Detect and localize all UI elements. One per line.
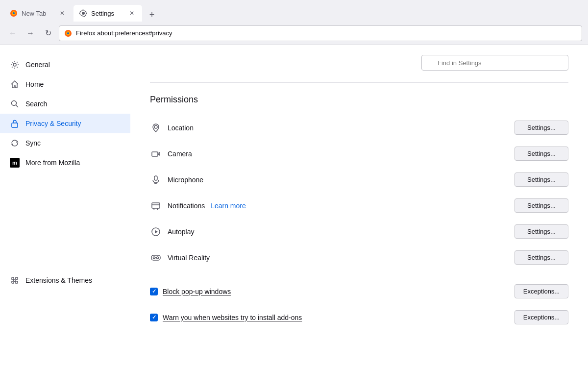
notifications-learn-more[interactable]: Learn more (211, 202, 246, 210)
back-button[interactable]: ← (6, 26, 20, 40)
find-settings-wrapper: 🔍 (150, 55, 568, 71)
sync-icon (10, 138, 20, 148)
svg-rect-8 (12, 123, 18, 127)
tab-close-new-tab[interactable]: ✕ (58, 9, 67, 18)
virtual-reality-settings-button[interactable]: Settings... (514, 250, 568, 265)
svg-rect-11 (154, 176, 157, 180)
virtual-reality-label: Virtual Reality (168, 254, 514, 262)
block-popups-label: Block pop-up windows (163, 288, 510, 295)
warn-addons-checkbox[interactable] (150, 314, 158, 321)
permission-row-autoplay: Autoplay Settings... (150, 219, 568, 245)
sidebar-label-general: General (25, 61, 50, 69)
sidebar-label-home: Home (25, 80, 44, 88)
permission-row-notifications: Notifications Learn more Settings... (150, 193, 568, 219)
svg-point-9 (154, 125, 157, 128)
microphone-label: Microphone (168, 176, 514, 184)
forward-button[interactable]: → (24, 26, 37, 40)
tab-new-tab[interactable]: New Tab ✕ (4, 5, 73, 22)
tab-settings[interactable]: Settings ✕ (74, 5, 142, 22)
sidebar-label-search: Search (25, 100, 47, 108)
warn-addons-exceptions-button[interactable]: Exceptions... (514, 310, 568, 324)
url-text: Firefox about:preferences#privacy (76, 29, 172, 37)
sidebar-label-sync: Sync (25, 139, 41, 147)
sidebar-item-home[interactable]: Home (0, 74, 130, 94)
main-content: 🔍 Permissions Location Settings... (130, 45, 588, 392)
tab-favicon-new-tab (10, 9, 18, 17)
checkbox-row-warn-addons: Warn you when websites try to install ad… (150, 304, 568, 330)
svg-point-17 (153, 257, 155, 259)
notifications-label: Notifications Learn more (168, 202, 514, 210)
sidebar-item-privacy[interactable]: Privacy & Security (0, 114, 130, 133)
camera-label: Camera (168, 150, 514, 158)
new-tab-button[interactable]: + (145, 8, 159, 22)
sidebar-label-privacy: Privacy & Security (25, 120, 81, 127)
autoplay-icon (150, 226, 162, 238)
sidebar-label-mozilla: More from Mozilla (25, 159, 80, 167)
notifications-settings-button[interactable]: Settings... (514, 198, 568, 213)
url-favicon (64, 29, 72, 37)
home-icon (10, 79, 20, 89)
permission-row-microphone: Microphone Settings... (150, 167, 568, 193)
lock-icon (10, 119, 20, 128)
general-icon (10, 60, 20, 70)
autoplay-label: Autoplay (168, 228, 514, 236)
autoplay-settings-button[interactable]: Settings... (514, 224, 568, 239)
warn-addons-label: Warn you when websites try to install ad… (163, 314, 510, 321)
notifications-icon (150, 200, 162, 212)
svg-point-5 (67, 32, 69, 34)
tab-title-new-tab: New Tab (22, 10, 54, 17)
browser-chrome: New Tab ✕ Settings ✕ + ← → ↻ F (0, 0, 588, 45)
mozilla-icon: m (10, 158, 20, 168)
sidebar: General Home Search (0, 45, 130, 392)
camera-icon (150, 148, 162, 160)
location-icon (150, 122, 162, 134)
svg-point-2 (13, 12, 15, 14)
permission-row-camera: Camera Settings... (150, 141, 568, 167)
permissions-list: Location Settings... Camera Settings... (150, 115, 568, 270)
find-input-container: 🔍 (421, 55, 568, 71)
block-popups-exceptions-button[interactable]: Exceptions... (514, 284, 568, 298)
location-label: Location (168, 124, 514, 132)
svg-point-18 (157, 257, 159, 259)
url-bar[interactable]: Firefox about:preferences#privacy (59, 25, 582, 41)
tab-bar: New Tab ✕ Settings ✕ + (0, 0, 588, 22)
svg-point-6 (13, 63, 16, 66)
block-popups-checkbox[interactable] (150, 288, 158, 295)
microphone-icon (150, 174, 162, 186)
tab-title-settings: Settings (91, 10, 123, 17)
virtual-reality-icon (150, 252, 162, 264)
svg-rect-10 (152, 152, 158, 156)
permission-row-virtual-reality: Virtual Reality Settings... (150, 245, 568, 270)
svg-point-7 (12, 101, 17, 106)
sidebar-item-mozilla[interactable]: m More from Mozilla (0, 153, 130, 172)
sidebar-item-sync[interactable]: Sync (0, 133, 130, 153)
search-icon (10, 99, 20, 109)
svg-rect-14 (152, 203, 160, 208)
extensions-icon (10, 275, 20, 285)
microphone-settings-button[interactable]: Settings... (514, 172, 568, 187)
page: General Home Search (0, 45, 588, 392)
permissions-title: Permissions (150, 95, 568, 105)
sidebar-label-extensions: Extensions & Themes (25, 276, 92, 284)
mozilla-m-badge: m (10, 158, 20, 168)
camera-settings-button[interactable]: Settings... (514, 147, 568, 161)
tab-close-settings[interactable]: ✕ (127, 9, 136, 18)
checkbox-row-block-popups: Block pop-up windows Exceptions... (150, 278, 568, 304)
tab-favicon-settings (79, 9, 87, 17)
sidebar-item-extensions[interactable]: Extensions & Themes (0, 270, 130, 290)
location-settings-button[interactable]: Settings... (514, 121, 568, 135)
reload-button[interactable]: ↻ (41, 26, 55, 40)
section-divider (150, 82, 568, 83)
sidebar-item-search[interactable]: Search (0, 94, 130, 114)
nav-bar: ← → ↻ Firefox about:preferences#privacy (0, 22, 588, 45)
permission-row-location: Location Settings... (150, 115, 568, 141)
sidebar-item-general[interactable]: General (0, 55, 130, 74)
find-settings-input[interactable] (421, 55, 568, 71)
